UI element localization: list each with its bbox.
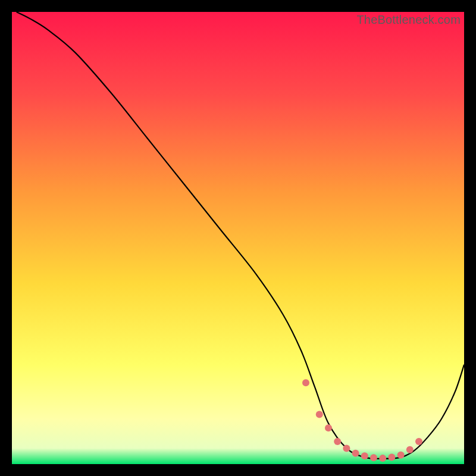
highlight-point [325, 424, 332, 431]
highlight-point [361, 452, 368, 459]
highlight-point [370, 454, 377, 461]
watermark-text: TheBottleneck.com [356, 13, 461, 27]
highlight-point [334, 438, 341, 445]
highlight-point [352, 450, 359, 457]
highlight-point [379, 455, 386, 462]
highlight-point [316, 411, 323, 418]
highlight-point [388, 454, 395, 461]
highlight-point [415, 438, 422, 445]
highlight-point [302, 379, 309, 386]
chart-frame: TheBottleneck.com [12, 12, 464, 464]
highlight-point [397, 452, 405, 459]
highlight-point [343, 444, 350, 452]
highlight-point [406, 446, 414, 453]
bottleneck-chart [12, 12, 464, 464]
gradient-background [12, 12, 464, 464]
